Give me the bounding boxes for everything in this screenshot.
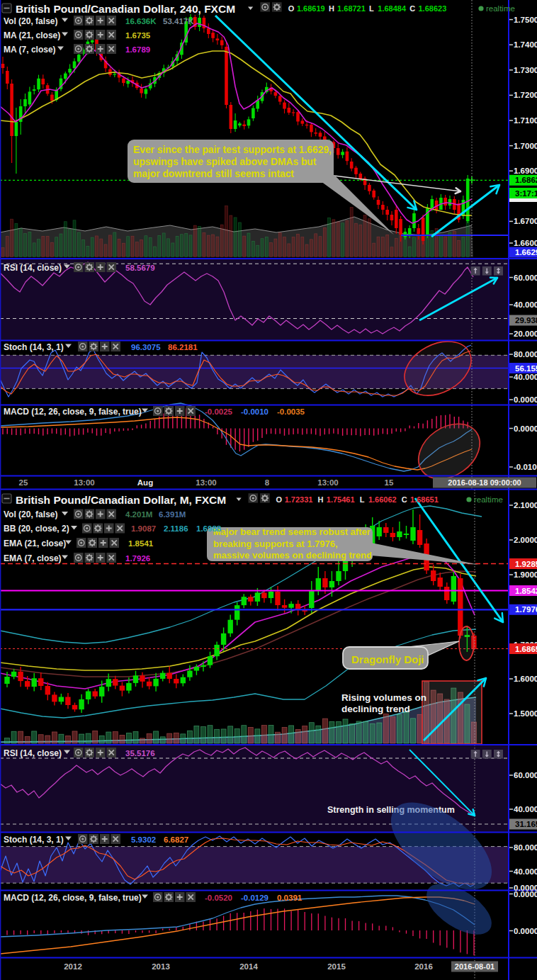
svg-text:2015: 2015 [327,962,346,971]
svg-text:1.6629: 1.6629 [515,248,537,257]
svg-text:1.6700: 1.6700 [514,217,537,225]
svg-text:2014: 2014 [239,962,258,971]
svg-text:60.000: 60.000 [514,274,537,282]
svg-text:2016-08-18 09:00:00: 2016-08-18 09:00:00 [448,478,521,487]
svg-text:29.938: 29.938 [515,316,537,325]
svg-text:40.000: 40.000 [514,373,537,381]
svg-text:2.0000: 2.0000 [514,536,537,544]
svg-text:1.68623: 1.68623 [419,4,447,13]
svg-text:-0.0129: -0.0129 [241,894,268,902]
svg-text:60.000: 60.000 [514,771,537,779]
svg-text:major downtrend still seems in: major downtrend still seems intact [133,169,294,179]
svg-text:Vol (20, false): Vol (20, false) [4,16,57,26]
svg-text:realtime: realtime [474,495,503,504]
svg-text:58.5679: 58.5679 [125,264,155,272]
svg-text:0.0000: 0.0000 [514,424,537,433]
svg-text:1.7500: 1.7500 [514,16,537,24]
svg-text:1.6735: 1.6735 [125,31,151,40]
svg-text:Vol (20, false): Vol (20, false) [4,509,57,519]
svg-text:1.6862: 1.6862 [515,176,537,184]
svg-text:Major bear trend seems robust: Major bear trend seems robust after [213,526,371,537]
svg-text:L: L [369,4,374,13]
svg-text:Ever since the pair test suppo: Ever since the pair test supports at 1.6… [133,145,332,155]
svg-text:British Pound/Canadian Dollar,: British Pound/Canadian Dollar, M, FXCM [16,494,226,506]
svg-text:massive volumes on declining t: massive volumes on declining trend [213,550,372,561]
svg-text:-0.0100: -0.0100 [514,463,537,471]
svg-text:1.68651: 1.68651 [410,495,439,504]
svg-text:13:00: 13:00 [74,478,94,487]
svg-text:1.7100: 1.7100 [514,116,537,125]
svg-text:1.5000: 1.5000 [514,709,537,718]
svg-text:1.6865: 1.6865 [515,645,537,653]
svg-text:1.7200: 1.7200 [514,91,537,99]
svg-text:5.9302: 5.9302 [131,835,156,844]
svg-text:-0.0520: -0.0520 [205,894,232,902]
svg-text:1.6000: 1.6000 [514,675,537,683]
svg-text:-0.0025: -0.0025 [205,407,233,416]
svg-text:Stoch (14, 3, 1): Stoch (14, 3, 1) [4,342,64,352]
svg-text:Stoch (14, 3, 1): Stoch (14, 3, 1) [4,835,64,845]
svg-text:C: C [409,4,415,13]
svg-text:H: H [318,495,324,504]
svg-text:EMA (21, close): EMA (21, close) [4,539,66,548]
svg-text:0.0391: 0.0391 [277,894,303,902]
svg-text:O: O [276,495,283,504]
svg-text:1.68619: 1.68619 [297,4,325,13]
svg-text:0.0000: 0.0000 [514,890,537,899]
svg-text:6.6827: 6.6827 [164,835,188,844]
svg-text:Dragonfly Doji: Dragonfly Doji [351,653,424,665]
svg-text:80.000: 80.000 [514,843,537,852]
svg-text:L: L [360,495,365,504]
svg-text:realtime: realtime [486,4,515,13]
svg-text:40.000: 40.000 [514,300,537,309]
svg-text:25: 25 [19,478,28,487]
svg-text:RSI (14, close): RSI (14, close) [4,748,62,758]
svg-text:1.7400: 1.7400 [514,40,537,49]
svg-text:1.9087: 1.9087 [131,524,156,533]
svg-text:1.68484: 1.68484 [378,4,407,13]
svg-text:1.8541: 1.8541 [128,539,154,548]
svg-text:80.000: 80.000 [514,350,537,359]
svg-text:56.155: 56.155 [515,364,537,373]
svg-text:96.3075: 96.3075 [131,343,161,351]
svg-text:Rising volumes on: Rising volumes on [341,692,426,703]
svg-text:13:00: 13:00 [196,478,216,487]
svg-text:2.1186: 2.1186 [164,524,188,533]
svg-text:1.6789: 1.6789 [125,45,150,54]
svg-text:1.7300: 1.7300 [514,66,537,74]
svg-text:3:17:1: 3:17:1 [515,189,537,198]
svg-text:MA (7, close): MA (7, close) [4,45,56,55]
svg-text:1.9000: 1.9000 [514,570,537,579]
svg-text:1.75461: 1.75461 [327,495,355,504]
svg-text:1.7926: 1.7926 [125,554,150,563]
svg-text:1.7976: 1.7976 [515,605,537,614]
svg-text:13:00: 13:00 [317,478,338,487]
svg-text:1.8542: 1.8542 [515,587,537,595]
svg-text:-0.0035: -0.0035 [277,407,305,416]
svg-text:20.000: 20.000 [514,330,537,338]
svg-text:4.201M: 4.201M [125,510,152,519]
svg-text:40.000: 40.000 [514,867,537,876]
svg-text:1.9285: 1.9285 [515,560,537,568]
svg-text:15: 15 [385,478,394,487]
svg-text:British Pound/Canadian Dollar,: British Pound/Canadian Dollar, 240, FXCM [16,3,235,15]
svg-text:C: C [402,495,407,504]
svg-text:2013: 2013 [152,962,170,971]
svg-text:RSI (14, close): RSI (14, close) [4,263,62,273]
svg-text:6.391M: 6.391M [159,510,186,519]
svg-text:1.6900: 1.6900 [514,167,537,175]
svg-text:H: H [329,4,334,13]
svg-text:1.6988: 1.6988 [196,524,222,533]
svg-text:53.417K: 53.417K [163,17,194,26]
svg-text:1.68721: 1.68721 [337,4,366,13]
svg-text:2012: 2012 [64,962,82,971]
svg-text:8: 8 [265,478,270,487]
svg-text:MA (21, close): MA (21, close) [4,30,60,40]
svg-text:MACD (12, 26, close, 9, false,: MACD (12, 26, close, 9, false, true) [4,893,142,903]
svg-text:EMA (7, close): EMA (7, close) [4,553,62,563]
svg-text:upswings have spiked above DMA: upswings have spiked above DMAs but [133,157,317,167]
svg-text:1.66062: 1.66062 [368,495,397,504]
svg-text:breaking supports at 1.7976,: breaking supports at 1.7976, [213,539,338,549]
svg-text:31.165: 31.165 [515,820,537,828]
svg-text:O: O [288,4,295,13]
